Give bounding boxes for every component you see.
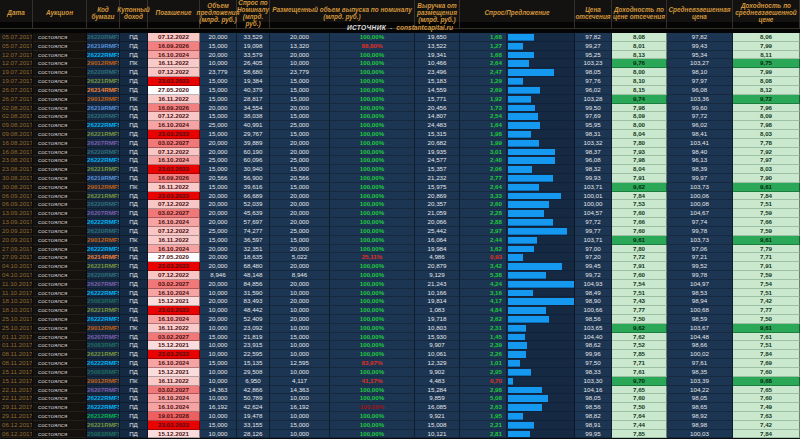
cell-coupon-type[interactable]: ПД bbox=[120, 33, 148, 42]
cell-placed-percent[interactable]: 100,00% bbox=[330, 403, 415, 412]
cell-maturity-date[interactable]: 16.10.2024 bbox=[148, 245, 200, 254]
cell-wavg-yield[interactable]: 7,99 bbox=[733, 68, 800, 77]
cell-cutoff-price[interactable]: 96,02 bbox=[575, 86, 612, 95]
cell-maturity-date[interactable]: 16.09.2026 bbox=[148, 104, 200, 113]
cell-bid-cover-ratio[interactable]: 1,01 bbox=[460, 359, 507, 368]
cell-auction-status[interactable]: состоялся bbox=[33, 139, 87, 148]
cell-placed-percent[interactable]: 100,00% bbox=[330, 227, 415, 236]
cell-placed-percent[interactable]: 100,00% bbox=[330, 412, 415, 421]
cell-bid-cover-ratio[interactable]: 2,26 bbox=[460, 350, 507, 359]
cell-wavg-yield[interactable]: 7,63 bbox=[733, 412, 800, 421]
cell-placed-volume[interactable]: 20,000 bbox=[270, 148, 330, 157]
cell-bid-cover-ratio[interactable]: 3,16 bbox=[460, 289, 507, 298]
cell-wavg-yield[interactable]: 7,42 bbox=[733, 297, 800, 306]
cell-revenue[interactable]: 16,064 bbox=[415, 236, 460, 245]
cell-demand[interactable]: 83,493 bbox=[237, 297, 270, 306]
cell-offer-volume[interactable]: 15,000 bbox=[200, 42, 237, 51]
cell-placed-volume[interactable]: 20,000 bbox=[270, 192, 330, 201]
cell-cutoff-price[interactable]: 98,56 bbox=[575, 403, 612, 412]
cell-bid-cover-ratio[interactable]: 2,98 bbox=[460, 386, 507, 395]
cell-date[interactable]: 20.09.2017 bbox=[0, 227, 33, 236]
cell-bid-cover-ratio[interactable]: 2,31 bbox=[460, 324, 507, 333]
cell-cutoff-yield[interactable]: 7,54 bbox=[612, 280, 667, 289]
cell-date[interactable]: 27.09.2017 bbox=[0, 253, 33, 262]
cell-offer-volume[interactable]: 10,000 bbox=[200, 377, 237, 386]
cell-offer-volume[interactable]: 10,000 bbox=[200, 350, 237, 359]
cell-placed-percent[interactable]: 100,00% bbox=[330, 333, 415, 342]
cell-date[interactable]: 30.08.2017 bbox=[0, 174, 33, 183]
cell-date[interactable]: 25.10.2017 bbox=[0, 315, 33, 324]
cell-bid-cover-ratio[interactable]: 2,21 bbox=[460, 421, 507, 430]
cell-revenue[interactable]: 9,907 bbox=[415, 341, 460, 350]
cell-demand[interactable]: 60,190 bbox=[237, 148, 270, 157]
cell-revenue[interactable]: 9,921 bbox=[415, 412, 460, 421]
cell-auction-status[interactable]: состоялся bbox=[33, 130, 87, 139]
cell-demand-bar[interactable] bbox=[507, 209, 575, 218]
cell-cutoff-yield[interactable]: 8,00 bbox=[612, 68, 667, 77]
cell-maturity-date[interactable]: 16.10.2024 bbox=[148, 403, 200, 412]
cell-bid-cover-ratio[interactable]: 2,64 bbox=[460, 183, 507, 192]
cell-cutoff-price[interactable]: 95,95 bbox=[575, 121, 612, 130]
cell-maturity-date[interactable]: 16.10.2024 bbox=[148, 121, 200, 130]
cell-demand[interactable]: 23,092 bbox=[237, 324, 270, 333]
cell-auction-status[interactable]: состоялся bbox=[33, 209, 87, 218]
cell-demand[interactable]: 36,597 bbox=[237, 236, 270, 245]
cell-auction-status[interactable]: состоялся bbox=[33, 421, 87, 430]
cell-placed-volume[interactable]: 12,595 bbox=[270, 359, 330, 368]
cell-date[interactable]: 29.11.2017 bbox=[0, 412, 33, 421]
cell-cutoff-price[interactable]: 98,49 bbox=[575, 289, 612, 298]
cell-placed-volume[interactable]: 20,000 bbox=[270, 33, 330, 42]
cell-wavg-price[interactable]: 99,78 bbox=[667, 227, 733, 236]
cell-auction-status[interactable]: состоялся bbox=[33, 104, 87, 113]
cell-cutoff-price[interactable]: 100,66 bbox=[575, 306, 612, 315]
cell-date[interactable]: 29.11.2017 bbox=[0, 403, 33, 412]
cell-date[interactable]: 13.09.2017 bbox=[0, 209, 33, 218]
cell-wavg-yield[interactable]: 7,51 bbox=[733, 289, 800, 298]
cell-offer-volume[interactable]: 25,000 bbox=[200, 227, 237, 236]
cell-auction-status[interactable]: состоялся bbox=[33, 236, 87, 245]
cell-wavg-price[interactable]: 97,61 bbox=[667, 359, 733, 368]
cell-cutoff-price[interactable]: 98,90 bbox=[575, 297, 612, 306]
cell-demand-bar[interactable] bbox=[507, 377, 575, 386]
cell-cutoff-yield[interactable]: 9,61 bbox=[612, 236, 667, 245]
cell-demand-bar[interactable] bbox=[507, 262, 575, 271]
cell-wavg-yield[interactable]: 7,90 bbox=[733, 174, 800, 183]
cell-demand[interactable]: 26,405 bbox=[237, 59, 270, 68]
cell-cutoff-yield[interactable]: 7,60 bbox=[612, 227, 667, 236]
cell-wavg-yield[interactable]: 7,91 bbox=[733, 262, 800, 271]
cell-auction-status[interactable]: состоялся bbox=[33, 200, 87, 209]
cell-placed-volume[interactable]: 15,000 bbox=[270, 77, 330, 86]
cell-cutoff-yield[interactable]: 8,01 bbox=[612, 42, 667, 51]
cell-maturity-date[interactable]: 16.11.2022 bbox=[148, 324, 200, 333]
cell-cutoff-yield[interactable]: 7,66 bbox=[612, 218, 667, 227]
cell-cutoff-price[interactable]: 103,30 bbox=[575, 377, 612, 386]
cell-placed-volume[interactable]: 20,000 bbox=[270, 297, 330, 306]
cell-auction-status[interactable]: состоялся bbox=[33, 192, 87, 201]
cell-cutoff-yield[interactable]: 7,62 bbox=[612, 333, 667, 342]
cell-date[interactable]: 18.10.2017 bbox=[0, 297, 33, 306]
cell-placed-percent[interactable]: 100,00% bbox=[330, 165, 415, 174]
cell-date[interactable]: 26.07.2017 bbox=[0, 95, 33, 104]
cell-wavg-price[interactable]: 100,68 bbox=[667, 306, 733, 315]
cell-offer-volume[interactable]: 15,000 bbox=[200, 77, 237, 86]
cell-revenue[interactable]: 10,061 bbox=[415, 350, 460, 359]
table-row[interactable]: 25.10.2017состоялся29012RMFSПК16.11.2022… bbox=[0, 324, 800, 333]
cell-placed-percent[interactable]: 100,00% bbox=[330, 200, 415, 209]
cell-revenue[interactable]: 14,559 bbox=[415, 86, 460, 95]
cell-placed-volume[interactable]: 10,000 bbox=[270, 289, 330, 298]
cell-wavg-yield[interactable]: 7,60 bbox=[733, 394, 800, 403]
cell-maturity-date[interactable]: 07.12.2022 bbox=[148, 68, 200, 77]
cell-offer-volume[interactable]: 20,000 bbox=[200, 209, 237, 218]
cell-revenue[interactable]: 20,456 bbox=[415, 104, 460, 113]
cell-placed-percent[interactable]: 100,00% bbox=[330, 33, 415, 42]
cell-coupon-type[interactable]: ПД bbox=[120, 156, 148, 165]
cell-demand-bar[interactable] bbox=[507, 412, 575, 421]
cell-auction-status[interactable]: состоялся bbox=[33, 359, 87, 368]
cell-date[interactable]: 16.08.2017 bbox=[0, 139, 33, 148]
cell-placed-volume[interactable]: 20,000 bbox=[270, 218, 330, 227]
cell-auction-status[interactable]: состоялся bbox=[33, 333, 87, 342]
cell-revenue[interactable]: 12,329 bbox=[415, 359, 460, 368]
cell-offer-volume[interactable]: 10,000 bbox=[200, 289, 237, 298]
cell-auction-status[interactable]: состоялся bbox=[33, 174, 87, 183]
cell-offer-volume[interactable]: 15,000 bbox=[200, 165, 237, 174]
